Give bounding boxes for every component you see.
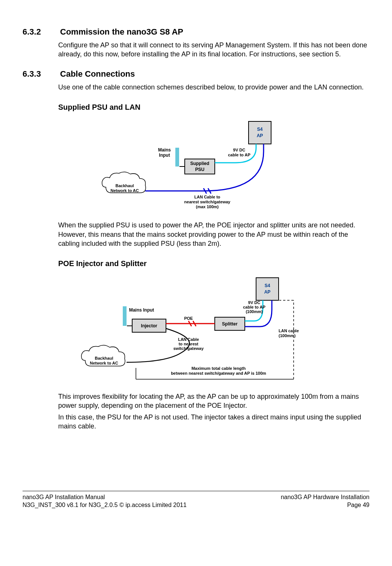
ap-label-1: S4 — [265, 283, 270, 288]
psu-label-1: Supplied — [190, 161, 210, 166]
poe-body-2: In this case, the PSU for the AP is not … — [58, 413, 369, 431]
max-label-1: Maximum total cable length — [191, 366, 246, 371]
poe-label: POE — [184, 316, 193, 321]
cloud-label-2: Network to AC — [90, 361, 118, 365]
ap-label-2: AP — [264, 289, 271, 295]
footer-right-2: Page 49 — [281, 501, 369, 509]
cloud-label-2: Network to AC — [110, 188, 139, 193]
lan-label-1: LAN Cable to — [194, 195, 220, 199]
section-6-3-3-body: Use one of the cable connection schemes … — [58, 83, 369, 92]
cloud-label-1: Backhaul — [95, 356, 113, 360]
lan-label-2: nearest switch/gateway — [184, 200, 231, 204]
dc-label-2: cable to AP — [228, 153, 250, 157]
page-footer: nano3G AP Installation Manual N3G_INST_3… — [23, 491, 369, 509]
diagram-supplied-psu: S4 AP Supplied PSU Mains Input 9V DC cab… — [91, 118, 301, 215]
mains-label: Mains Input — [129, 307, 154, 313]
lan1-label-3: switch/gateway — [173, 346, 204, 351]
dc-label-1: 9V DC — [248, 300, 260, 305]
dc-label-1: 9V DC — [233, 148, 245, 152]
section-number: 6.3.2 — [23, 26, 58, 38]
section-6-3-2-header: 6.3.2 Commission the nano3G S8 AP — [23, 26, 369, 38]
footer-left-1: nano3G AP Installation Manual — [23, 493, 187, 501]
lan2-label-2: (100mm) — [279, 333, 296, 338]
poe-body-1: This improves flexibility for locating t… — [58, 392, 369, 410]
supplied-psu-body: When the supplied PSU is used to power t… — [58, 221, 369, 248]
splitter-label: Splitter — [222, 321, 238, 327]
ap-label-1: S4 — [257, 127, 263, 132]
cloud-label-1: Backhaul — [116, 183, 134, 188]
lan1-label-2: to nearest — [179, 342, 199, 346]
dc-label-3: (100mm) — [246, 309, 263, 314]
lan1-label-1: LAN Cable — [178, 337, 199, 342]
lan2-label-1: LAN cable — [279, 328, 299, 333]
max-label-2: between nearest switch/gateway and AP is… — [171, 371, 266, 375]
section-title: Commission the nano3G S8 AP — [60, 26, 183, 38]
footer-right-1: nano3G AP Hardware Installation — [281, 493, 369, 501]
psu-label-2: PSU — [195, 167, 205, 172]
mains-label-2: Input — [159, 153, 170, 158]
injector-label: Injector — [141, 323, 157, 328]
section-6-3-3-header: 6.3.3 Cable Connections — [23, 68, 369, 80]
section-number: 6.3.3 — [23, 68, 58, 80]
svg-rect-6 — [256, 278, 279, 300]
mains-label-1: Mains — [158, 147, 171, 153]
ap-label-2: AP — [257, 133, 263, 138]
lan-label-3: (max 100m) — [196, 204, 219, 209]
section-title: Cable Connections — [60, 68, 135, 80]
dc-label-2: cable to AP — [243, 305, 265, 309]
diagram-poe: S4 AP Injector Splitter Mains Input POE … — [68, 274, 324, 387]
section-6-3-2-body: Configure the AP so that it will connect… — [58, 41, 369, 59]
subheading-poe: POE Injector and Splitter — [58, 259, 369, 269]
subheading-supplied-psu: Supplied PSU and LAN — [58, 102, 369, 112]
footer-left-2: N3G_INST_300 v8.1 for N3G_2.0.5 © ip.acc… — [23, 501, 187, 509]
svg-rect-0 — [249, 121, 271, 144]
